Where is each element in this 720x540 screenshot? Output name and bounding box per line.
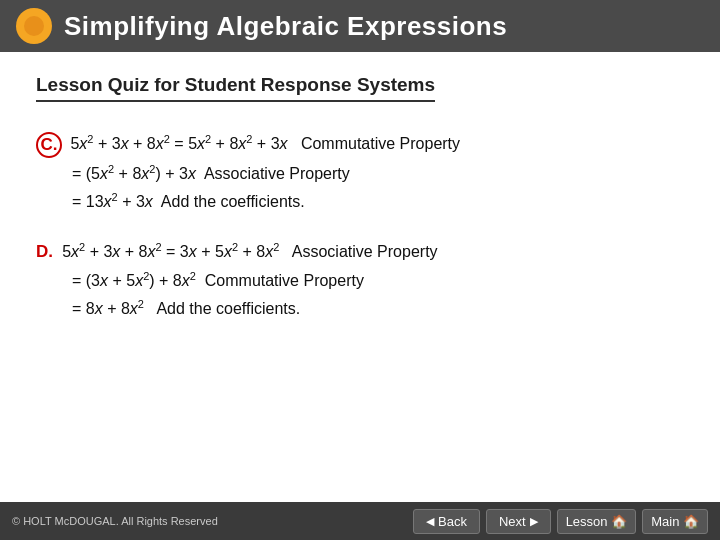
section-d-first-line: 5x2 + 3x + 8x2 = 3x + 5x2 + 8x2 Associat… [62,243,437,260]
section-d-label: D. [36,242,58,261]
section-d-line-1: = (3x + 5x2) + 8x2 Commutative Property [72,267,684,295]
section-d: D. 5x2 + 3x + 8x2 = 3x + 5x2 + 8x2 Assoc… [36,238,684,323]
section-d-line-2: = 8x + 8x2 Add the coefficients. [72,295,684,323]
back-button[interactable]: ◀ Back [413,509,480,534]
header-icon [16,8,52,44]
main-label: Main [651,514,679,529]
back-label: Back [438,514,467,529]
main-content: Lesson Quiz for Student Response Systems… [0,52,720,365]
section-c-label: C. [36,132,62,158]
main-button[interactable]: Main 🏠 [642,509,708,534]
section-c-line-1: = (5x2 + 8x2) + 3x Associative Property [72,160,684,188]
header-bar: Simplifying Algebraic Expressions [0,0,720,52]
section-c-first-line: 5x2 + 3x + 8x2 = 5x2 + 8x2 + 3x Commutat… [70,135,460,152]
section-c: C. 5x2 + 3x + 8x2 = 5x2 + 8x2 + 3x Commu… [36,130,684,216]
lesson-home-icon: 🏠 [611,514,627,529]
lesson-label: Lesson [566,514,608,529]
subtitle: Lesson Quiz for Student Response Systems [36,74,435,102]
next-arrow-icon: ▶ [530,515,538,528]
lesson-button[interactable]: Lesson 🏠 [557,509,637,534]
next-button[interactable]: Next ▶ [486,509,551,534]
main-home-icon: 🏠 [683,514,699,529]
section-c-lines: = (5x2 + 8x2) + 3x Associative Property … [72,160,684,215]
page-title: Simplifying Algebraic Expressions [64,11,507,42]
footer-copyright: © HOLT McDOUGAL. All Rights Reserved [12,515,218,527]
section-d-lines: = (3x + 5x2) + 8x2 Commutative Property … [72,267,684,322]
back-arrow-icon: ◀ [426,515,434,528]
footer-nav: ◀ Back Next ▶ Lesson 🏠 Main 🏠 [413,509,708,534]
next-label: Next [499,514,526,529]
section-c-line-2: = 13x2 + 3x Add the coefficients. [72,188,684,216]
footer-bar: © HOLT McDOUGAL. All Rights Reserved ◀ B… [0,502,720,540]
header-icon-inner [24,16,44,36]
